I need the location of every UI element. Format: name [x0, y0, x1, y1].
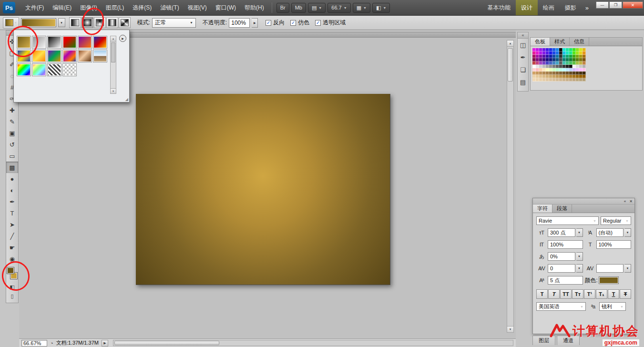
color-swatch[interactable]: [542, 48, 546, 51]
gradient-swatch-blue-yellow-blue[interactable]: [17, 50, 31, 62]
mini-bridge-button[interactable]: Mb: [291, 3, 306, 13]
color-swatch[interactable]: [566, 78, 569, 82]
gradient-picker-scrollbar[interactable]: ▲ ▼: [110, 36, 116, 94]
close-button[interactable]: ✕: [623, 1, 643, 9]
color-swatch[interactable]: [539, 78, 542, 82]
menu-file[interactable]: 文件(F): [21, 0, 48, 15]
color-swatch[interactable]: [532, 51, 536, 55]
color-swatch[interactable]: [576, 55, 579, 58]
color-swatch[interactable]: [572, 51, 576, 55]
color-swatch[interactable]: [539, 61, 542, 65]
gradient-type-diamond[interactable]: [119, 17, 131, 28]
color-swatch[interactable]: [569, 51, 572, 55]
color-swatch[interactable]: [569, 75, 572, 78]
workspace-photography[interactable]: 摄影: [560, 0, 582, 15]
brush-tool[interactable]: ✎: [6, 116, 18, 127]
color-swatch[interactable]: [569, 48, 572, 51]
color-swatch[interactable]: [556, 65, 559, 68]
vertical-scroll-thumb[interactable]: [508, 48, 513, 82]
menu-image[interactable]: 图像(I): [76, 0, 101, 15]
color-swatch[interactable]: [532, 68, 536, 71]
checkbox-reverse[interactable]: 反向: [266, 19, 285, 27]
clone-stamp-tool[interactable]: ▣: [6, 127, 18, 139]
font-family-select[interactable]: Ravie ▼: [536, 216, 599, 225]
color-swatch[interactable]: [579, 58, 583, 61]
color-swatch[interactable]: [542, 75, 546, 78]
gradient-swatch-blue-red-yellow[interactable]: [93, 36, 107, 49]
color-swatch[interactable]: [536, 65, 539, 68]
color-swatch[interactable]: [532, 55, 536, 58]
color-swatch[interactable]: [566, 71, 569, 75]
minimize-button[interactable]: —: [596, 1, 609, 9]
color-swatch[interactable]: [569, 78, 572, 82]
color-swatch[interactable]: [536, 68, 539, 71]
color-swatch[interactable]: [566, 48, 569, 51]
color-swatch[interactable]: [556, 78, 559, 82]
gradient-swatch-violet-green-orange[interactable]: [47, 50, 61, 62]
char-format-small-caps[interactable]: Tᴛ: [572, 289, 583, 299]
collapsed-panel-icon-4[interactable]: ▤: [518, 76, 528, 88]
gradient-swatch-neutral-density[interactable]: [62, 63, 77, 76]
tsume-input[interactable]: 0%: [548, 252, 575, 261]
char-format-faux-bold[interactable]: T: [536, 289, 548, 299]
char-format-underline[interactable]: T: [608, 289, 619, 299]
color-swatch[interactable]: [556, 48, 559, 51]
menu-layer[interactable]: 图层(L): [102, 0, 129, 15]
color-swatch[interactable]: [572, 68, 576, 71]
opacity-input[interactable]: 100%: [229, 18, 250, 28]
collapsed-panel-icon-2[interactable]: ✒: [518, 51, 528, 63]
color-swatch[interactable]: [566, 61, 569, 65]
color-swatch[interactable]: [546, 78, 549, 82]
gradient-swatch-red-green[interactable]: [62, 36, 77, 49]
color-swatch[interactable]: [549, 55, 552, 58]
color-swatch[interactable]: [576, 68, 579, 71]
color-swatch[interactable]: [546, 65, 549, 68]
color-swatch[interactable]: [583, 68, 586, 71]
color-swatch[interactable]: [572, 78, 576, 82]
collapsed-panel-icon-3[interactable]: ❏: [518, 63, 528, 76]
checkbox-transparency[interactable]: 透明区域: [315, 19, 346, 27]
color-swatch[interactable]: [556, 55, 559, 58]
menu-help[interactable]: 帮助(H): [240, 0, 268, 15]
color-swatch[interactable]: [539, 51, 542, 55]
gradient-preview[interactable]: [21, 18, 56, 27]
color-swatch[interactable]: [583, 55, 586, 58]
color-swatch[interactable]: [572, 58, 576, 61]
path-selection-tool[interactable]: ➤: [6, 219, 18, 230]
vertical-scrollbar[interactable]: ▲ ▼: [507, 40, 514, 333]
color-swatch[interactable]: [559, 75, 562, 78]
color-swatch[interactable]: [546, 61, 549, 65]
color-swatch[interactable]: [576, 48, 579, 51]
color-swatch[interactable]: [532, 65, 536, 68]
restore-button[interactable]: ❐: [609, 1, 622, 9]
pen-tool[interactable]: ✒: [6, 196, 18, 207]
workspace-essentials[interactable]: 基本功能: [482, 0, 516, 15]
font-size-dropdown-icon[interactable]: ▼: [576, 228, 583, 237]
gradient-picker-toggle[interactable]: ▾: [58, 18, 65, 27]
color-swatch[interactable]: [549, 71, 552, 75]
color-swatch[interactable]: [559, 61, 562, 65]
color-swatch[interactable]: [552, 61, 556, 65]
color-swatch[interactable]: [576, 61, 579, 65]
color-swatch[interactable]: [583, 48, 586, 51]
color-swatch[interactable]: [532, 78, 536, 82]
color-swatch[interactable]: [559, 65, 562, 68]
color-swatch[interactable]: [569, 58, 572, 61]
anti-alias-select[interactable]: 锐利 ▼: [599, 302, 626, 311]
color-swatch[interactable]: [536, 78, 539, 82]
color-swatch[interactable]: [569, 71, 572, 75]
workspace-overflow-button[interactable]: »: [582, 4, 593, 11]
color-swatch[interactable]: [552, 75, 556, 78]
color-swatch[interactable]: [536, 55, 539, 58]
vertical-scale-input[interactable]: 100%: [548, 240, 583, 249]
color-swatch[interactable]: [566, 51, 569, 55]
color-swatch[interactable]: [579, 68, 583, 71]
color-swatch[interactable]: [559, 48, 562, 51]
color-swatch[interactable]: [566, 58, 569, 61]
tab-paragraph[interactable]: 段落: [552, 204, 572, 213]
color-swatch[interactable]: [583, 75, 586, 78]
color-swatch[interactable]: [583, 58, 586, 61]
color-swatch[interactable]: [566, 55, 569, 58]
gradient-swatch-black-white[interactable]: [47, 36, 61, 49]
checkbox-dither[interactable]: 仿色: [290, 19, 309, 27]
